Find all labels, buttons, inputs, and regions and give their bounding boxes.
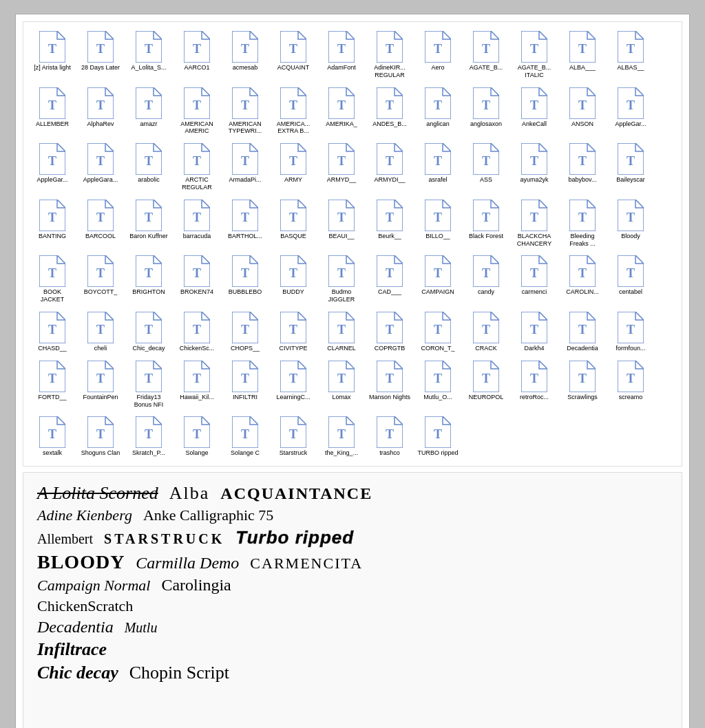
file-item[interactable]: T retroRoc... <box>511 357 558 412</box>
file-item[interactable]: T AdamFont <box>318 28 365 83</box>
file-item[interactable]: T asrafel <box>414 140 461 195</box>
file-item[interactable]: T COPRGTB <box>366 308 413 356</box>
file-item[interactable]: T AlphaRev <box>77 84 124 139</box>
file-item[interactable]: T screamo <box>607 357 654 412</box>
file-item[interactable]: T ASS <box>463 140 509 195</box>
file-item[interactable]: T FountainPen <box>77 357 124 412</box>
file-item[interactable]: T ChickenSc... <box>173 308 220 356</box>
file-item[interactable]: T Beurk__ <box>366 196 413 251</box>
file-item[interactable]: T Bloody <box>607 196 654 251</box>
file-item[interactable]: T ANDES_B... <box>366 84 413 139</box>
file-item[interactable]: T AMERIKA_ <box>318 84 365 139</box>
file-item[interactable]: T arabolic <box>125 140 172 195</box>
file-item[interactable]: T Darkh4 <box>511 308 558 356</box>
file-item[interactable]: T ACQUAINT <box>270 28 317 83</box>
file-item[interactable]: T BILLO__ <box>414 196 461 251</box>
file-item[interactable]: T ALLEMBER <box>29 84 76 139</box>
file-item[interactable]: T cheli <box>77 308 124 356</box>
file-item[interactable]: T LearningC... <box>270 357 317 412</box>
file-item[interactable]: T BOYCOTT_ <box>77 252 124 307</box>
file-item[interactable]: T centabel <box>607 252 654 307</box>
file-item[interactable]: T BARCOOL <box>77 196 124 251</box>
file-item[interactable]: T CLARNEL <box>318 308 365 356</box>
file-item[interactable]: T CORON_T_ <box>414 308 461 356</box>
file-item[interactable]: T AppleGara... <box>77 140 124 195</box>
file-item[interactable]: T Budmo JIGGLER <box>318 252 365 307</box>
file-item[interactable]: T Skratch_P... <box>125 413 172 460</box>
file-item[interactable]: T BUBBLEBO <box>222 252 269 307</box>
file-item[interactable]: T BOOK JACKET <box>29 252 76 307</box>
file-item[interactable]: T AnkeCall <box>511 84 558 139</box>
file-item[interactable]: T BRIGHTON <box>125 252 172 307</box>
file-item[interactable]: T AppleGar... <box>29 140 76 195</box>
file-item[interactable]: T formfoun... <box>607 308 654 356</box>
file-item[interactable]: T Bleeding Freaks ... <box>559 196 606 251</box>
file-item[interactable]: T ARMYD__ <box>318 140 365 195</box>
file-item[interactable]: T A_Lolita_S... <box>125 28 172 83</box>
file-item[interactable]: T Friday13 Bonus NFI <box>125 357 172 412</box>
file-item[interactable]: T Shoguns Clan <box>77 413 124 460</box>
file-item[interactable]: T anglican <box>414 84 461 139</box>
file-item[interactable]: T AGATE_B... <box>463 28 509 83</box>
file-item[interactable]: T ArmadaPi... <box>222 140 269 195</box>
file-item[interactable]: T ALBAS__ <box>607 28 654 83</box>
file-item[interactable]: T AdineKIR... REGULAR <box>366 28 413 83</box>
file-item[interactable]: T Chic_decay <box>125 308 172 356</box>
file-item[interactable]: T ayuma2yk <box>511 140 558 195</box>
file-item[interactable]: T CAMPAIGN <box>414 252 461 307</box>
file-item[interactable]: T sextalk <box>29 413 76 460</box>
file-item[interactable]: T ARMYDI__ <box>366 140 413 195</box>
file-item[interactable]: T Black Forest <box>463 196 509 251</box>
file-item[interactable]: T FORTD__ <box>29 357 76 412</box>
file-item[interactable]: T CHASD__ <box>29 308 76 356</box>
file-item[interactable]: T babybov... <box>559 140 606 195</box>
file-item[interactable]: T CAD___ <box>366 252 413 307</box>
file-item[interactable]: T Hawaii_Kil... <box>173 357 220 412</box>
file-item[interactable]: T AGATE_B... ITALIC <box>511 28 558 83</box>
file-item[interactable]: T AppleGar... <box>607 84 654 139</box>
file-item[interactable]: T Solange <box>173 413 220 460</box>
file-item[interactable]: T candy <box>463 252 509 307</box>
file-item[interactable]: T ARCTIC REGULAR <box>173 140 220 195</box>
file-item[interactable]: T AMERICAN AMERIC <box>173 84 220 139</box>
file-item[interactable]: T Lomax <box>318 357 365 412</box>
file-item[interactable]: T Scrawlings <box>559 357 606 412</box>
file-item[interactable]: T TURBO ripped <box>414 413 461 460</box>
file-item[interactable]: T BROKEN74 <box>173 252 220 307</box>
file-item[interactable]: T INFILTRI <box>222 357 269 412</box>
file-item[interactable]: T BANTING <box>29 196 76 251</box>
file-item[interactable]: T amazr <box>125 84 172 139</box>
file-item[interactable]: T BUDDY <box>270 252 317 307</box>
file-item[interactable]: T Decadentia <box>559 308 606 356</box>
file-item[interactable]: T CRACK <box>463 308 509 356</box>
file-item[interactable]: T CAROLIN... <box>559 252 606 307</box>
file-item[interactable]: T Mutlu_O... <box>414 357 461 412</box>
file-item[interactable]: T CIVITYPE <box>270 308 317 356</box>
file-item[interactable]: T Baileyscar <box>607 140 654 195</box>
file-item[interactable]: T trashco <box>366 413 413 460</box>
file-item[interactable]: T Aero <box>414 28 461 83</box>
file-item[interactable]: T BASQUE <box>270 196 317 251</box>
file-item[interactable]: T ANSON <box>559 84 606 139</box>
file-item[interactable]: T Starstruck <box>270 413 317 460</box>
file-item[interactable]: T BLACKCHA CHANCERY <box>511 196 558 251</box>
file-item[interactable]: T ARMY <box>270 140 317 195</box>
file-item[interactable]: T 28 Days Later <box>77 28 124 83</box>
file-item[interactable]: T AARCO1 <box>173 28 220 83</box>
file-item[interactable]: T CHOPS__ <box>222 308 269 356</box>
file-item[interactable]: T AMERICAN TYPEWRI... <box>222 84 269 139</box>
file-item[interactable]: T [z] Arista light <box>29 28 76 83</box>
file-item[interactable]: T barracuda <box>173 196 220 251</box>
file-item[interactable]: T NEUROPOL <box>463 357 509 412</box>
file-item[interactable]: T ALBA___ <box>559 28 606 83</box>
file-item[interactable]: T carmenci <box>511 252 558 307</box>
file-item[interactable]: T Baron Kuffner <box>125 196 172 251</box>
file-item[interactable]: T BARTHOL... <box>222 196 269 251</box>
file-item[interactable]: T anglosaxon <box>463 84 509 139</box>
file-item[interactable]: T BEAUI__ <box>318 196 365 251</box>
file-item[interactable]: T acmesab <box>222 28 269 83</box>
file-item[interactable]: T Solange C <box>222 413 269 460</box>
file-item[interactable]: T Manson Nights <box>366 357 413 412</box>
file-item[interactable]: T the_King_... <box>318 413 365 460</box>
file-item[interactable]: T AMERICA... EXTRA B... <box>270 84 317 139</box>
